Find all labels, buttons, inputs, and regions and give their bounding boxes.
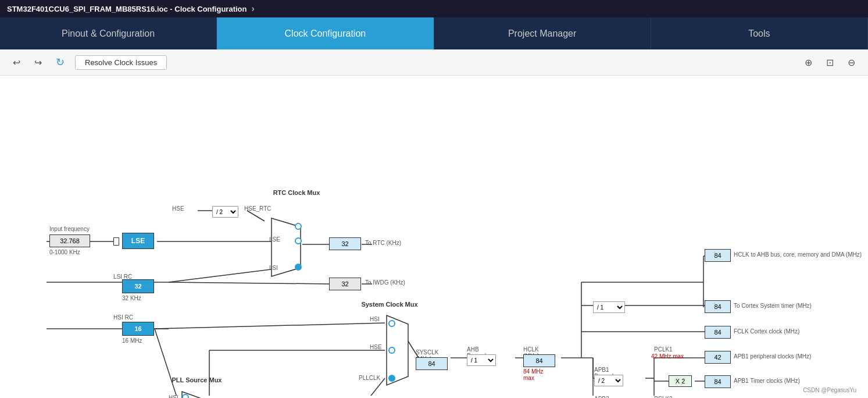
hse-sig-label: HSE — [172, 205, 184, 212]
clock-diagram-area: Input frequency 32.768 0-1000 KHz LSE LS… — [0, 76, 868, 398]
sysclk-area: SYSCLK (MHz) 84 — [413, 349, 445, 362]
hclk-ahb-label: HCLK to AHB bus, core, memory and DMA (M… — [734, 251, 862, 258]
pllclk-label: PLLCLK — [359, 375, 380, 381]
refresh-button[interactable]: ↻ — [52, 54, 68, 71]
cortex-timer-label: To Cortex System timer (MHz) — [734, 303, 812, 309]
zoom-in-button[interactable]: ⊕ — [801, 55, 816, 70]
svg-line-12 — [155, 323, 385, 329]
ahb-prescaler-area: AHB Prescaler / 1 — [467, 346, 496, 358]
lse-indicator — [113, 237, 119, 246]
apb1-timer-label: APB1 Timer clocks (MHz) — [734, 378, 800, 384]
fclk-value-box[interactable]: 84 — [705, 326, 731, 339]
input-freq-range-label: 0-1000 KHz — [49, 249, 80, 255]
undo-button[interactable]: ↩ — [9, 55, 24, 70]
hsi-pll-label: HSI — [169, 395, 178, 398]
title-bar: STM32F401CCU6_SPI_FRAM_MB85RS16.ioc - Cl… — [0, 0, 868, 17]
zoom-out-button[interactable]: ⊖ — [844, 55, 859, 70]
input-freq-top-label: Input frequency — [49, 226, 90, 232]
hsi-pll-radio[interactable] — [182, 394, 189, 398]
hsi-sys-radio[interactable] — [388, 320, 395, 327]
to-iwdg-label: To IWDG (KHz) — [365, 279, 405, 286]
rtc-output-box[interactable]: 32 — [329, 237, 361, 250]
hse-rtc-radio[interactable] — [295, 223, 302, 230]
hsi-rc-label: HSI RC — [113, 314, 133, 321]
pll-source-mux-title: PLL Source Mux — [166, 376, 227, 383]
apb2-prescaler-area: APB2 Prescaler / 1 — [594, 396, 623, 398]
hsi-sysclk-label: HSI — [370, 316, 380, 322]
hclk-ahb-value-box[interactable]: 84 — [705, 249, 731, 262]
hclk-area: HCLK (MHz) 84 84 MHz max — [520, 346, 552, 359]
apb1-periph-label: APB1 peripheral clocks (MHz) — [734, 353, 811, 360]
lsi-sig-label: LSI — [269, 265, 278, 271]
lsi-value-box: 32 — [122, 279, 154, 293]
lse-radio[interactable] — [295, 237, 302, 244]
hsi-value-box: 16 — [122, 322, 154, 336]
apb2-prescaler-label: APB2 Prescaler — [594, 396, 623, 398]
ahb-div-select[interactable]: / 1 — [467, 354, 496, 366]
lsi-khz-label: 32 KHz — [122, 295, 141, 301]
sys-mux-shape — [382, 312, 411, 388]
apb1-div-select[interactable]: / 2 — [594, 375, 623, 386]
to-rtc-label: To RTC (KHz) — [365, 240, 401, 246]
rtc-clock-mux-title: RTC Clock Mux — [267, 189, 326, 196]
hsi-mhz-label: 16 MHz — [122, 337, 142, 344]
apb1-value-box[interactable]: 42 — [705, 351, 731, 364]
window-title: STM32F401CCU6_SPI_FRAM_MB85RS16.ioc - Cl… — [7, 5, 247, 13]
lsi-radio[interactable] — [295, 264, 302, 271]
hse-sysclk-label: HSE — [370, 344, 382, 350]
hse-sys-radio[interactable] — [388, 347, 395, 354]
svg-line-7 — [247, 211, 265, 221]
tab-tools[interactable]: Tools — [651, 17, 868, 49]
toolbar: ↩ ↪ ↻ Resolve Clock Issues ⊕ ⊡ ⊖ — [0, 49, 868, 76]
svg-line-10 — [169, 282, 329, 284]
attribution-label: CSDN @PegasusYu — [803, 387, 856, 393]
cortex-timer-value-box[interactable]: 84 — [705, 300, 731, 313]
hclk-value-box[interactable]: 84 — [523, 354, 555, 367]
pclk2-label: PCLK2 — [654, 396, 673, 398]
chevron-icon: › — [251, 3, 254, 14]
lse-box: LSE — [122, 233, 154, 249]
pllclk-sys-radio[interactable] — [388, 375, 395, 382]
hse-div2-select[interactable]: / 2 — [212, 206, 238, 218]
cortex-div-select[interactable]: / 1 — [593, 301, 625, 313]
apb1-timer-value-box[interactable]: 84 — [705, 375, 731, 388]
tab-bar: Pinout & Configuration Clock Configurati… — [0, 17, 868, 49]
input-freq-value-box[interactable]: 32.768 — [49, 234, 90, 247]
resolve-clock-issues-button[interactable]: Resolve Clock Issues — [75, 55, 167, 70]
svg-line-16 — [155, 329, 177, 396]
fclk-label: FCLK Cortex clock (MHz) — [734, 328, 799, 335]
pclk1-max-label: 42 MHz max — [651, 353, 684, 360]
hclk-max-label: 84 MHz max — [523, 368, 552, 381]
hse-rtc-sig-label: HSE_RTC — [244, 205, 272, 212]
tab-clock[interactable]: Clock Configuration — [217, 17, 434, 49]
system-clock-mux-title: System Clock Mux — [358, 301, 422, 308]
lse-sig-label: LSE — [269, 236, 280, 243]
iwdg-output-box[interactable]: 32 — [329, 278, 361, 290]
pclk1-label: PCLK1 — [654, 346, 673, 353]
apb1-timer-x2-box: X 2 — [669, 375, 692, 387]
redo-button[interactable]: ↪ — [31, 55, 45, 70]
apb1-prescaler-area: APB1 Prescaler / 2 — [594, 367, 623, 378]
fit-button[interactable]: ⊡ — [823, 55, 837, 70]
sysclk-value-box[interactable]: 84 — [416, 357, 448, 370]
tab-pinout[interactable]: Pinout & Configuration — [0, 17, 217, 49]
tab-project[interactable]: Project Manager — [434, 17, 651, 49]
clock-diagram: Input frequency 32.768 0-1000 KHz LSE LS… — [6, 81, 862, 396]
